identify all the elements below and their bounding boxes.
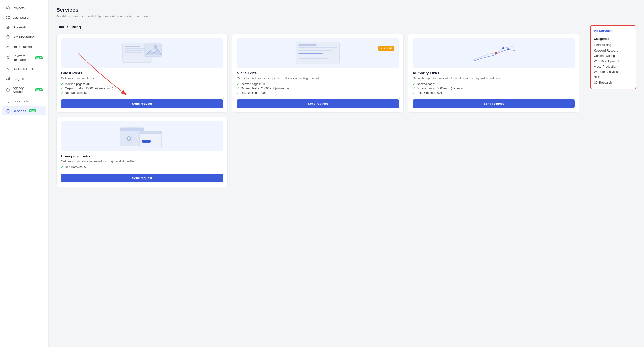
svg-rect-26 [298,44,317,46]
card-image-authority-links [413,38,575,68]
homepage-links-send-button[interactable]: Send request [61,174,223,182]
feature-item: ✓Organic Traffic: 5000/mo+ (minimum) [413,87,575,90]
svg-rect-31 [298,55,318,55]
svg-rect-39 [120,128,144,131]
category-web-development[interactable]: Web Development [594,58,632,64]
keyword-icon [6,56,10,60]
feature-item: ✓Ref. Domains: 200+ [413,91,575,94]
category-link-building[interactable]: Link Building [594,42,632,48]
svg-point-5 [6,26,10,29]
check-icon: ✓ [61,82,64,86]
authority-links-send-button[interactable]: Send request [413,100,575,108]
svg-rect-44 [142,140,151,143]
cards-row-1: Guest Posts Get links from guest posts. … [56,34,579,112]
svg-point-36 [502,47,504,49]
card-niche-edits: ✏ ✏ Edit [232,34,404,112]
svg-point-24 [154,45,158,49]
sidebar-item-backlink-tracker[interactable]: Backlink Tracker [2,64,46,74]
check-icon: ✓ [61,166,64,169]
agency-solutions-badge: NEW [36,88,42,91]
sidebar-item-services[interactable]: Services NEW [2,106,46,116]
authority-links-features: ✓Indexed pages: 100+ ✓Organic Traffic: 5… [413,82,575,96]
check-icon: ✓ [413,82,415,86]
sidebar-item-label: Keyword Research [13,54,32,62]
feature-item: ✓Organic Traffic: 1000/mo+ (minimum) [61,87,223,90]
check-icon: ✓ [237,82,239,86]
section-title: Link Building [56,25,579,30]
svg-rect-27 [298,47,337,48]
sidebar-item-label: Extra Tools [13,100,29,103]
sidebar-item-label: Insights [13,77,24,81]
sidebar-item-label: Site Monitoring [13,35,34,39]
card-image-niche-edits: ✏ ✏ Edit [237,38,399,68]
sidebar-item-projects[interactable]: Projects [2,3,46,12]
chevron-right-icon: › [42,100,42,102]
card-guest-posts: Guest Posts Get links from guest posts. … [56,34,228,112]
svg-rect-14 [6,89,10,91]
keyword-research-badge: NEW [36,56,42,59]
sidebar-item-site-monitoring[interactable]: Site Monitoring [2,32,46,42]
svg-point-37 [507,48,509,50]
svg-rect-32 [298,56,337,57]
svg-point-35 [495,52,497,54]
svg-rect-29 [298,50,332,51]
niche-edits-title: Niche Edits [237,71,399,75]
check-icon: ✓ [237,91,239,94]
svg-rect-13 [9,77,10,80]
svg-rect-19 [125,46,140,47]
sidebar-item-rank-tracker[interactable]: Rank Tracker [2,42,46,51]
feature-item: ✓Ref. Domains: 50+ [61,166,223,169]
check-icon: ✓ [61,87,64,90]
sidebar-item-label: Projects [13,6,24,10]
all-services-link[interactable]: All Services [594,29,632,35]
feature-item: ✓Organic Traffic: 2000/mo+ (minimum) [237,87,399,90]
svg-point-9 [7,56,9,59]
sidebar-item-label: Dashboard [13,16,29,20]
svg-point-8 [8,36,8,38]
feature-item: ✓Ref. Domains: 50+ [61,91,223,94]
services-badge: NEW [29,109,36,112]
rank-icon [6,44,10,49]
svg-point-15 [7,100,8,101]
niche-edits-features: ✓Indexed pages: 100+ ✓Organic Traffic: 2… [237,82,399,96]
tools-icon [6,99,10,103]
backlink-icon [6,67,10,71]
category-video-production[interactable]: Video Production [594,64,632,69]
right-panel-box: All Services Categories Link Building Ke… [590,25,636,89]
card-image-homepage-links [61,122,223,151]
sidebar-item-label: Rank Tracker [13,45,32,48]
svg-rect-33 [298,58,328,59]
svg-point-6 [8,27,9,28]
sidebar-item-site-audit[interactable]: Site Audit [2,22,46,32]
guest-posts-send-button[interactable]: Send request [61,100,223,108]
page-title: Services [56,7,636,13]
category-website-analytics[interactable]: Website Analytics [594,69,632,74]
svg-point-17 [6,109,10,112]
category-ux-research[interactable]: UX Research [594,80,632,85]
category-content-writing[interactable]: Content Writing [594,53,632,58]
niche-edits-send-button[interactable]: Send request [237,100,399,108]
sidebar-item-label: Agency Solutions [13,86,32,94]
feature-item: ✓Indexed pages: 100+ [413,82,575,86]
svg-rect-11 [6,79,7,80]
category-keyword-research[interactable]: Keyword Research [594,48,632,53]
homepage-links-desc: Get links from home pages with strong ba… [61,160,223,163]
sidebar-item-insights[interactable]: Insights [2,74,46,83]
svg-rect-12 [8,78,8,80]
sidebar-item-extra-tools[interactable]: Extra Tools › [2,96,46,106]
svg-rect-43 [140,131,162,134]
dashboard-icon [6,15,10,20]
feature-item: ✓Ref. Domains: 100+ [237,91,399,94]
main-content: Services Get things done faster with hel… [56,7,636,187]
sidebar-item-keyword-research[interactable]: Keyword Research NEW [2,52,46,64]
category-seo[interactable]: SEO [594,74,632,80]
audit-icon [6,25,10,30]
svg-point-16 [8,101,10,102]
check-icon: ✓ [413,91,415,94]
sidebar-item-dashboard[interactable]: Dashboard [2,13,46,22]
sidebar-item-agency-solutions[interactable]: Agency Solutions NEW [2,84,46,96]
svg-rect-34 [470,41,517,65]
cards-row-2: Homepage Links Get links from home pages… [56,117,579,187]
svg-rect-3 [6,18,8,19]
categories-title: Categories [594,37,632,40]
